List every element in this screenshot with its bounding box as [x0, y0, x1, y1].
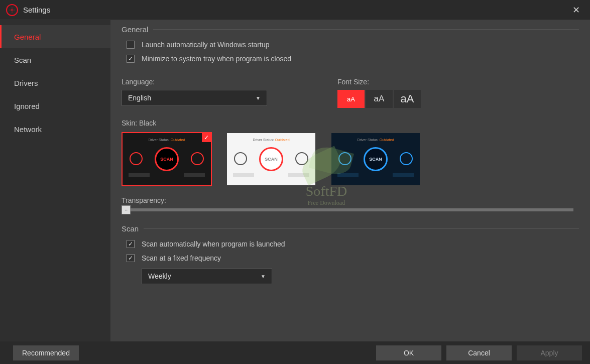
skin-label: Skin: Black	[122, 119, 579, 127]
language-select[interactable]: English ▼	[122, 90, 267, 106]
sidebar-item-network[interactable]: Network	[0, 117, 110, 141]
skin-option-white[interactable]: Driver Status: Outdated SCAN	[226, 132, 316, 186]
sidebar-item-label: Network	[14, 125, 42, 134]
font-size-medium-button[interactable]: aA	[366, 90, 393, 108]
recommended-button[interactable]: Recommended	[13, 345, 79, 360]
font-size-small-button[interactable]: aA	[337, 90, 365, 108]
scan-frequency-checkbox[interactable]	[127, 254, 135, 262]
window-title: Settings	[23, 6, 50, 14]
app-icon	[6, 4, 18, 16]
close-icon[interactable]: ✕	[568, 2, 584, 18]
minimize-tray-label: Minimize to system tray when program is …	[142, 55, 291, 63]
launch-startup-checkbox[interactable]	[127, 41, 135, 49]
scan-auto-row[interactable]: Scan automatically when program is launc…	[127, 240, 579, 248]
font-size-large-button[interactable]: aA	[394, 90, 421, 108]
sidebar-item-drivers[interactable]: Drivers	[0, 71, 110, 94]
chevron-down-icon: ▼	[261, 274, 266, 279]
sidebar-item-label: Scan	[14, 56, 31, 64]
transparency-slider[interactable]: ↔	[122, 208, 573, 211]
cancel-button[interactable]: Cancel	[446, 345, 512, 360]
sidebar-item-ignored[interactable]: Ignored	[0, 94, 110, 117]
minimize-tray-row[interactable]: Minimize to system tray when program is …	[127, 55, 579, 63]
transparency-slider-handle[interactable]: ↔	[122, 205, 131, 214]
launch-startup-label: Launch automatically at Windows startup	[142, 41, 269, 49]
divider	[144, 228, 579, 229]
apply-button[interactable]: Apply	[517, 345, 582, 360]
language-value: English	[128, 94, 151, 102]
transparency-label: Transparency:	[122, 196, 579, 204]
sidebar-item-label: Ignored	[14, 102, 40, 110]
skin-option-black[interactable]: Driver Status: Outdated SCAN	[122, 132, 212, 186]
scan-frequency-label: Scan at a fixed frequency	[142, 254, 221, 262]
font-size-label: Font Size:	[337, 78, 422, 86]
footer: Recommended OK Cancel Apply	[0, 341, 590, 364]
title-bar: Settings ✕	[0, 0, 590, 20]
sidebar-item-scan[interactable]: Scan	[0, 48, 110, 71]
scan-frequency-row[interactable]: Scan at a fixed frequency	[127, 254, 579, 262]
skin-options: Driver Status: Outdated SCAN Driver Stat…	[122, 132, 579, 186]
sidebar-item-general[interactable]: General	[0, 25, 110, 48]
launch-startup-row[interactable]: Launch automatically at Windows startup	[127, 41, 579, 49]
scan-frequency-select[interactable]: Weekly ▼	[142, 268, 272, 284]
language-label: Language:	[122, 78, 267, 86]
divider	[153, 29, 579, 30]
content-panel: General Launch automatically at Windows …	[110, 20, 590, 341]
scan-auto-checkbox[interactable]	[127, 240, 135, 248]
minimize-tray-checkbox[interactable]	[127, 55, 135, 63]
svg-point-0	[11, 9, 13, 11]
section-heading-general: General	[122, 25, 579, 34]
sidebar-item-label: Drivers	[14, 79, 38, 87]
scan-auto-label: Scan automatically when program is launc…	[142, 240, 285, 248]
ok-button[interactable]: OK	[376, 345, 441, 360]
font-size-group: aA aA aA	[337, 90, 422, 108]
sidebar: General Scan Drivers Ignored Network	[0, 20, 110, 341]
section-heading-label: General	[122, 25, 148, 34]
chevron-down-icon: ▼	[256, 95, 261, 101]
section-heading-scan: Scan	[122, 224, 579, 233]
skin-option-dark[interactable]: Driver Status: Outdated SCAN	[330, 132, 421, 186]
section-heading-label: Scan	[122, 224, 139, 233]
scan-frequency-value: Weekly	[148, 272, 171, 280]
sidebar-item-label: General	[14, 33, 41, 41]
